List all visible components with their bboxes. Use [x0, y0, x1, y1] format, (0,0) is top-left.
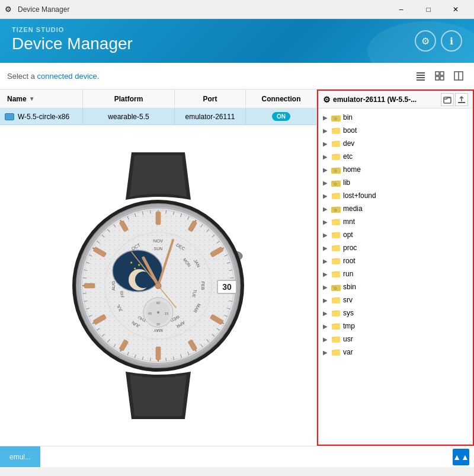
svg-text:⚙: ⚙ — [334, 169, 337, 173]
svg-rect-0 — [417, 72, 425, 74]
cell-port: emulator-26111 — [175, 108, 246, 124]
tree-item[interactable]: ▶ sys — [318, 306, 473, 320]
tree-item[interactable]: ▶ mnt — [318, 215, 473, 228]
folder-gear-icon: ⚙ — [323, 95, 331, 104]
svg-rect-155 — [332, 311, 340, 317]
tree-item-label: etc — [343, 152, 353, 161]
svg-point-131 — [155, 283, 161, 289]
svg-line-49 — [150, 357, 151, 361]
svg-text:⚙: ⚙ — [334, 182, 337, 186]
tree-item[interactable]: ▶ ⚙ media — [318, 202, 473, 215]
folder-icon — [331, 257, 341, 265]
sort-arrow-icon: ▼ — [29, 95, 35, 102]
tree-item[interactable]: ▶ dev — [318, 137, 473, 150]
right-panel-header: ⚙ emulator-26111 (W-5.5-... — [318, 91, 473, 108]
svg-rect-154 — [332, 298, 340, 304]
expand-arrow-icon: ▶ — [323, 206, 331, 212]
expand-arrow-icon: ▶ — [323, 114, 331, 121]
folder-icon — [331, 139, 341, 148]
table-row[interactable]: W-5.5-circle-x86 wearable-5.5 emulator-2… — [0, 108, 316, 125]
svg-point-126 — [157, 311, 159, 314]
tree-item-label: tmp — [343, 322, 355, 330]
main-content: Name ▼ Platform Port Connection W-5.5-ci… — [0, 90, 474, 446]
tree-item-label: dev — [343, 139, 354, 148]
tree-item[interactable]: ▶ proc — [318, 241, 473, 254]
tree-item[interactable]: ▶ ⚙ home — [318, 163, 473, 176]
svg-text:SUN: SUN — [154, 247, 163, 251]
expand-arrow-icon: ▶ — [323, 127, 331, 134]
panel-view-button[interactable] — [450, 68, 467, 84]
folder-icon — [331, 335, 341, 343]
grid-view-button[interactable] — [431, 68, 448, 84]
tree-item[interactable]: ▶ ⚙ sbin — [318, 280, 473, 293]
tree-item[interactable]: ▶ ⚙ lib — [318, 176, 473, 189]
folder-icon — [331, 309, 341, 317]
tree-item[interactable]: ▶ lost+found — [318, 189, 473, 202]
expand-arrow-icon: ▶ — [323, 167, 331, 173]
list-view-icon — [416, 71, 425, 81]
minimize-button[interactable]: – — [387, 0, 415, 19]
tree-item-label: lib — [343, 178, 350, 187]
tree-item[interactable]: ▶ run — [318, 267, 473, 280]
svg-text:⚙: ⚙ — [334, 286, 337, 290]
svg-text:NOV: NOV — [153, 238, 163, 244]
maximize-button[interactable]: □ — [415, 0, 442, 19]
tree-item-label: opt — [343, 231, 353, 239]
bottom-bar: emul... ▲▲ — [0, 446, 474, 467]
folder-icon — [331, 322, 341, 330]
column-connection[interactable]: Connection — [246, 90, 316, 108]
tree-item-label: run — [343, 270, 353, 278]
cell-device-name: W-5.5-circle-x86 — [0, 108, 83, 124]
folder-icon: ⚙ — [331, 178, 341, 187]
svg-rect-151 — [332, 271, 340, 277]
svg-rect-158 — [332, 350, 340, 356]
grid-view-icon — [435, 71, 444, 81]
svg-rect-134 — [458, 102, 465, 103]
svg-rect-84 — [156, 347, 161, 360]
table-header: Name ▼ Platform Port Connection — [0, 90, 316, 108]
new-folder-button[interactable] — [441, 93, 454, 106]
svg-rect-149 — [332, 245, 340, 251]
right-panel-actions — [441, 93, 468, 106]
tree-item[interactable]: ▶ etc — [318, 150, 473, 163]
folder-icon: ⚙ — [331, 113, 341, 122]
settings-button[interactable]: ⚙ — [415, 30, 436, 52]
tree-item-label: sys — [343, 309, 354, 317]
tree-item[interactable]: ▶ ⚙ bin — [318, 111, 473, 124]
tree-item[interactable]: ▶ boot — [318, 124, 473, 137]
expand-arrow-icon: ▶ — [323, 193, 331, 199]
folder-icon — [331, 191, 341, 200]
column-platform[interactable]: Platform — [83, 90, 175, 108]
column-port[interactable]: Port — [175, 90, 246, 108]
tree-item[interactable]: ▶ var — [318, 346, 473, 359]
upload-button[interactable] — [455, 93, 468, 106]
column-name[interactable]: Name ▼ — [0, 90, 83, 108]
svg-text:30: 30 — [156, 322, 161, 326]
tree-item[interactable]: ▶ root — [318, 254, 473, 267]
cell-connection: ON — [246, 108, 316, 124]
connected-device-link[interactable]: connected device — [37, 72, 97, 81]
toolbar: Select a connected device. — [0, 63, 474, 90]
tree-item-label: proc — [343, 244, 357, 252]
folder-icon — [331, 231, 341, 239]
tree-item[interactable]: ▶ opt — [318, 228, 473, 241]
close-button[interactable]: ✕ — [442, 0, 469, 19]
scroll-up-button[interactable]: ▲▲ — [453, 449, 469, 465]
tree-item[interactable]: ▶ srv — [318, 293, 473, 306]
list-view-button[interactable] — [412, 68, 429, 84]
expand-arrow-icon: ▶ — [323, 336, 331, 343]
svg-rect-147 — [332, 219, 340, 225]
svg-line-64 — [83, 277, 87, 278]
tree-item-label: media — [343, 205, 363, 213]
connection-toggle[interactable]: ON — [272, 112, 290, 121]
folder-icon — [331, 244, 341, 252]
left-panel: Name ▼ Platform Port Connection W-5.5-ci… — [0, 90, 317, 446]
tree-item[interactable]: ▶ usr — [318, 333, 473, 346]
tree-item[interactable]: ▶ tmp — [318, 320, 473, 333]
svg-rect-148 — [332, 232, 340, 238]
bottom-tab[interactable]: emul... — [0, 446, 40, 467]
expand-arrow-icon: ▶ — [323, 349, 331, 356]
info-button[interactable]: ℹ — [441, 30, 462, 52]
svg-rect-139 — [332, 154, 340, 160]
svg-text:60: 60 — [156, 301, 161, 305]
